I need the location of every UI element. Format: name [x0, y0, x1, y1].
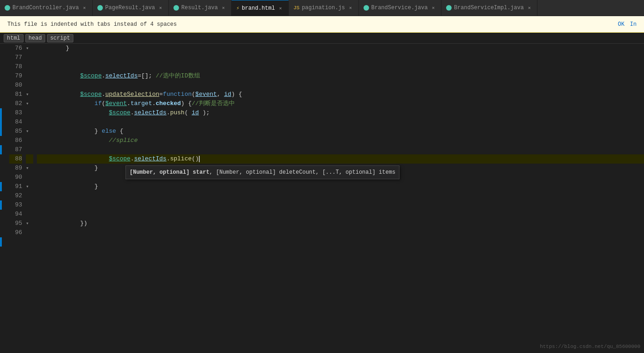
tab-label-brand-controller: BrandController.java: [12, 5, 79, 11]
code-line-77: [37, 53, 644, 62]
fold-84: [26, 118, 33, 127]
line-num-80: 80: [9, 81, 22, 90]
tab-icon-brand-controller: [5, 5, 10, 11]
code-line-93: [37, 200, 644, 210]
code-content[interactable]: } $scope.selectIds=[]; //选中的ID数组 $scope.…: [33, 44, 644, 353]
tab-icon-brand-html: ⚡: [236, 5, 239, 11]
line-num-82: 82: [9, 99, 22, 108]
fold-96: [26, 228, 33, 237]
tab-close-page-result[interactable]: ✕: [157, 5, 164, 11]
tab-bar: BrandController.java ✕ PageResult.java ✕…: [0, 0, 644, 16]
code-line-83: $scope.selectIds.push( id );: [37, 108, 644, 118]
code-line-86: //splice: [37, 136, 644, 145]
fold-area: ▾ ▾ ▾ ▾ ▾ ▾ ▾: [26, 44, 33, 353]
line-num-88: 88: [9, 154, 22, 164]
fold-76[interactable]: ▾: [26, 44, 33, 53]
line-num-86: 86: [9, 136, 22, 145]
code-line-92: [37, 191, 644, 200]
fold-86: [26, 136, 33, 145]
line-num-78: 78: [9, 62, 22, 71]
line-num-79: 79: [9, 71, 22, 81]
code-text-76: }: [37, 44, 69, 53]
warning-bar: This file is indented with tabs instead …: [0, 16, 644, 33]
gutter-marker-89: [0, 182, 2, 191]
code-line-88: 💡 $scope.selectIds.splice(): [37, 154, 644, 164]
tab-brand-service-impl[interactable]: BrandServiceImpl.java ✕: [441, 0, 537, 16]
code-line-84: [37, 118, 644, 127]
gutter-marker-85: [0, 145, 2, 154]
tab-icon-page-result: [97, 5, 103, 11]
line-num-85: 85: [9, 127, 22, 136]
fold-95[interactable]: ▾: [26, 219, 33, 228]
fold-81[interactable]: ▾: [26, 90, 33, 99]
tab-icon-pagination-js: JS: [293, 5, 299, 11]
tab-close-brand-html[interactable]: ✕: [277, 5, 284, 12]
warning-in-link[interactable]: In: [630, 21, 637, 28]
fold-79: [26, 71, 33, 81]
code-line-90: [37, 173, 644, 182]
editor-area: 76 77 78 79 80 81 82 83 84 85 86 87 88 8…: [0, 44, 644, 353]
fold-87: [26, 145, 33, 154]
tab-label-brand-html: brand.html: [242, 5, 275, 12]
tab-icon-result: [173, 5, 179, 11]
tab-label-brand-service: BrandService.java: [371, 5, 428, 11]
fold-80: [26, 81, 33, 90]
tab-icon-brand-service: [364, 5, 369, 11]
warning-actions: OK In: [618, 21, 637, 28]
tab-result[interactable]: Result.java ✕: [169, 0, 232, 16]
line-num-77: 77: [9, 53, 22, 62]
breadcrumb-bar: html head script: [0, 33, 644, 44]
code-line-76: }: [37, 44, 644, 53]
gutter-marker-83: [0, 127, 2, 136]
line-num-94: 94: [9, 210, 22, 219]
line-num-87: 87: [9, 145, 22, 154]
fold-93: [26, 200, 33, 210]
line-num-90: 90: [9, 173, 22, 182]
gutter-marker-91: [0, 200, 2, 210]
breadcrumb-script[interactable]: script: [47, 34, 73, 42]
code-line-91: }: [37, 182, 644, 191]
fold-88: [26, 154, 33, 164]
fold-89[interactable]: ▾: [26, 164, 33, 173]
code-line-96: [37, 228, 644, 237]
fold-90: [26, 173, 33, 182]
line-num-93: 93: [9, 200, 22, 210]
line-numbers: 76 77 78 79 80 81 82 83 84 85 86 87 88 8…: [2, 44, 26, 353]
tab-close-brand-controller[interactable]: ✕: [81, 5, 88, 11]
fold-78: [26, 62, 33, 71]
warning-ok-link[interactable]: OK: [618, 21, 624, 28]
fold-85[interactable]: ▾: [26, 127, 33, 136]
fold-94: [26, 210, 33, 219]
line-num-89: 89: [9, 164, 22, 173]
tab-label-pagination-js: pagination.js: [302, 5, 345, 11]
tab-close-brand-service[interactable]: ✕: [430, 5, 436, 11]
line-num-83: 83: [9, 108, 22, 118]
tab-brand-controller[interactable]: BrandController.java ✕: [0, 0, 93, 16]
tab-brand-html[interactable]: ⚡ brand.html ✕: [232, 0, 289, 16]
line-num-92: 92: [9, 191, 22, 200]
watermark: https://blog.csdn.net/qu_85600000: [540, 342, 640, 351]
tab-icon-brand-service-impl: [446, 5, 452, 11]
line-num-81: 81: [9, 90, 22, 99]
fold-82[interactable]: ▾: [26, 99, 33, 108]
breadcrumb-head[interactable]: head: [25, 34, 45, 42]
line-num-76: 76: [9, 44, 22, 53]
breadcrumb-html[interactable]: html: [4, 34, 24, 42]
tab-close-result[interactable]: ✕: [220, 5, 227, 11]
code-line-79: $scope.selectIds=[]; //选中的ID数组: [37, 71, 644, 81]
tab-label-brand-service-impl: BrandServiceImpl.java: [454, 5, 524, 11]
tab-close-pagination-js[interactable]: ✕: [347, 5, 354, 11]
fold-91[interactable]: ▾: [26, 182, 33, 191]
fold-77: [26, 53, 33, 62]
gutter-marker-81: [0, 108, 2, 118]
line-num-96: 96: [9, 228, 22, 237]
code-line-95: }): [37, 219, 644, 228]
tab-close-brand-service-impl[interactable]: ✕: [526, 5, 532, 11]
gutter-marker-82: [0, 118, 2, 127]
tab-brand-service[interactable]: BrandService.java ✕: [359, 0, 441, 16]
tab-page-result[interactable]: PageResult.java ✕: [93, 0, 169, 16]
tab-pagination-js[interactable]: JS pagination.js ✕: [289, 0, 359, 16]
tab-label-result: Result.java: [181, 5, 218, 11]
line-num-95: 95: [9, 219, 22, 228]
gutter-left: [0, 44, 2, 353]
